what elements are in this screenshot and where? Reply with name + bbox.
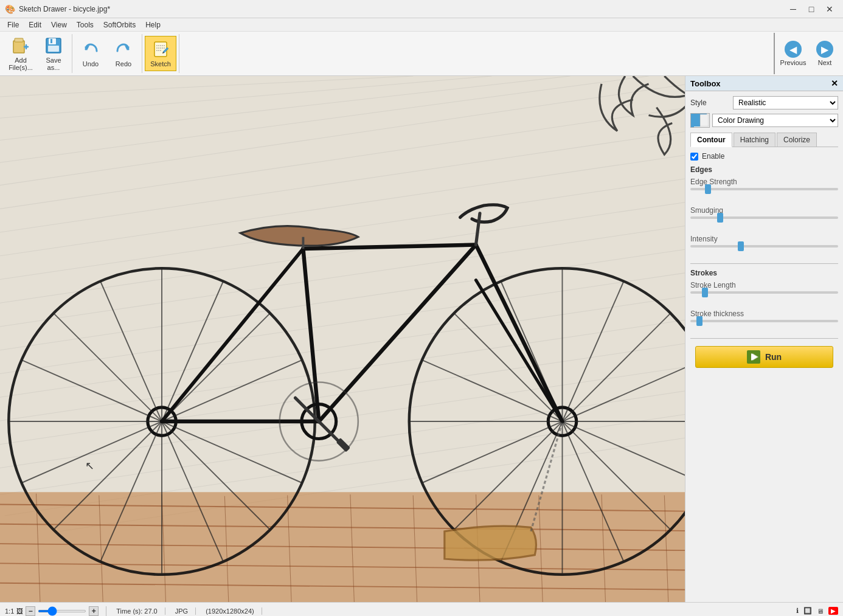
sketch-button[interactable]: Sketch bbox=[145, 36, 176, 71]
run-label: Run bbox=[765, 352, 782, 362]
nav-buttons: ◀ Previous ▶ Next bbox=[774, 33, 841, 74]
tab-hatching[interactable]: Hatching bbox=[734, 133, 775, 147]
presets-icon bbox=[690, 113, 710, 128]
toolbox-title: Toolbox bbox=[690, 79, 721, 88]
sketch-canvas: ↖ bbox=[0, 76, 685, 602]
enable-label[interactable]: Enable bbox=[702, 152, 724, 161]
menu-softorbits[interactable]: SoftOrbits bbox=[99, 19, 140, 30]
menu-help[interactable]: Help bbox=[140, 19, 165, 30]
smudging-section: Smudging bbox=[690, 206, 838, 229]
main-content: ↖ Toolbox ✕ Style Realistic bbox=[0, 76, 843, 602]
previous-label: Previous bbox=[780, 59, 807, 66]
redo-label: Redo bbox=[116, 60, 131, 67]
dimensions-display: (1920x1280x24) bbox=[206, 607, 262, 615]
close-button[interactable]: ✕ bbox=[821, 1, 838, 18]
run-button[interactable]: Run bbox=[695, 346, 833, 368]
svg-rect-8 bbox=[154, 42, 167, 57]
undo-button[interactable]: Undo bbox=[75, 36, 106, 71]
sketch-label: Sketch bbox=[150, 60, 171, 67]
tab-contour[interactable]: Contour bbox=[690, 133, 732, 147]
time-display: Time (s): 27.0 bbox=[116, 607, 165, 615]
screen-icon[interactable]: 🔲 bbox=[803, 607, 812, 615]
menubar: File Edit View Tools SoftOrbits Help bbox=[0, 18, 843, 32]
toolbox-close-icon[interactable]: ✕ bbox=[831, 78, 838, 88]
toolbox-body: Style Realistic Color Drawing Black & Wh… bbox=[685, 91, 843, 602]
edge-strength-track bbox=[690, 188, 838, 190]
save-label: Saveas... bbox=[46, 57, 61, 71]
add-files-icon bbox=[11, 36, 30, 55]
format-label: JPG bbox=[175, 607, 188, 615]
toolbox-header: Toolbox ✕ bbox=[685, 76, 843, 91]
undo-icon bbox=[81, 40, 100, 59]
smudging-label: Smudging bbox=[690, 206, 838, 215]
next-arrow-icon: ▶ bbox=[816, 41, 833, 58]
format-display: JPG bbox=[175, 607, 196, 615]
previous-arrow-icon: ◀ bbox=[785, 41, 802, 58]
stroke-length-thumb[interactable] bbox=[702, 288, 708, 297]
presets-row: Color Drawing Black & White Hatching Sof… bbox=[690, 113, 838, 128]
add-files-button[interactable]: AddFile(s)... bbox=[5, 36, 36, 71]
monitor-icon[interactable]: 🖥 bbox=[817, 607, 824, 615]
youtube-icon[interactable]: ▶ bbox=[828, 607, 838, 615]
next-label: Next bbox=[818, 59, 832, 66]
sketch-icon bbox=[151, 40, 170, 59]
zoom-value: 1:1 bbox=[5, 607, 14, 615]
svg-marker-106 bbox=[752, 353, 758, 361]
minimize-button[interactable]: ─ bbox=[785, 1, 802, 18]
save-icon bbox=[44, 36, 63, 55]
intensity-section: Intensity bbox=[690, 235, 838, 257]
style-select[interactable]: Realistic bbox=[733, 96, 838, 109]
enable-checkbox[interactable] bbox=[690, 153, 698, 161]
info-icon[interactable]: ℹ bbox=[796, 607, 799, 615]
toolbox: Toolbox ✕ Style Realistic bbox=[685, 76, 843, 602]
add-files-label: AddFile(s)... bbox=[9, 57, 33, 71]
svg-rect-103 bbox=[700, 114, 709, 126]
stroke-thickness-section: Stroke thickness bbox=[690, 310, 838, 332]
menu-view[interactable]: View bbox=[46, 19, 72, 30]
redo-button[interactable]: Redo bbox=[108, 36, 139, 71]
svg-rect-0 bbox=[13, 41, 24, 53]
smudging-track bbox=[690, 216, 838, 219]
svg-rect-102 bbox=[692, 114, 700, 126]
svg-rect-4 bbox=[48, 46, 59, 52]
edges-section-heading: Edges bbox=[690, 165, 838, 174]
stroke-length-track bbox=[690, 291, 838, 294]
svg-rect-1 bbox=[15, 38, 23, 42]
zoom-plus-button[interactable]: + bbox=[89, 606, 99, 616]
zoom-control: 1:1 🖼 − + bbox=[5, 606, 106, 616]
titlebar: 🎨 Sketch Drawer - bicycle.jpg* ─ □ ✕ bbox=[0, 0, 843, 18]
style-label: Style bbox=[690, 99, 733, 107]
tabs-row: Contour Hatching Colorize bbox=[690, 133, 838, 147]
dimensions-label: (1920x1280x24) bbox=[206, 607, 254, 615]
zoom-slider[interactable] bbox=[38, 610, 86, 612]
intensity-track bbox=[690, 245, 838, 247]
edge-strength-label: Edge Strength bbox=[690, 178, 838, 186]
edge-strength-section: Edge Strength bbox=[690, 178, 838, 200]
previous-button[interactable]: ◀ Previous bbox=[777, 34, 809, 73]
stroke-length-section: Stroke Length bbox=[690, 281, 838, 303]
menu-file[interactable]: File bbox=[2, 19, 24, 30]
tab-colorize[interactable]: Colorize bbox=[777, 133, 817, 147]
smudging-thumb[interactable] bbox=[717, 213, 723, 223]
save-button[interactable]: Saveas... bbox=[38, 36, 69, 71]
divider-2 bbox=[690, 338, 838, 339]
stroke-thickness-thumb[interactable] bbox=[696, 316, 702, 326]
redo-icon bbox=[114, 40, 133, 59]
edge-strength-thumb[interactable] bbox=[705, 184, 711, 194]
window-title: Sketch Drawer - bicycle.jpg* bbox=[19, 5, 785, 13]
strokes-section-heading: Strokes bbox=[690, 269, 838, 277]
presets-select[interactable]: Color Drawing Black & White Hatching Sof… bbox=[712, 114, 838, 127]
menu-edit[interactable]: Edit bbox=[24, 19, 46, 30]
canvas-area[interactable]: ↖ bbox=[0, 76, 685, 602]
enable-row: Enable bbox=[690, 152, 838, 161]
image-icon: 🖼 bbox=[16, 607, 23, 615]
menu-tools[interactable]: Tools bbox=[72, 19, 99, 30]
style-row: Style Realistic bbox=[690, 96, 838, 109]
stroke-length-label: Stroke Length bbox=[690, 281, 838, 289]
undo-label: Undo bbox=[83, 60, 99, 67]
next-button[interactable]: ▶ Next bbox=[809, 34, 841, 73]
intensity-thumb[interactable] bbox=[738, 241, 744, 251]
stroke-thickness-track bbox=[690, 320, 838, 322]
zoom-minus-button[interactable]: − bbox=[26, 606, 35, 616]
maximize-button[interactable]: □ bbox=[803, 1, 820, 18]
